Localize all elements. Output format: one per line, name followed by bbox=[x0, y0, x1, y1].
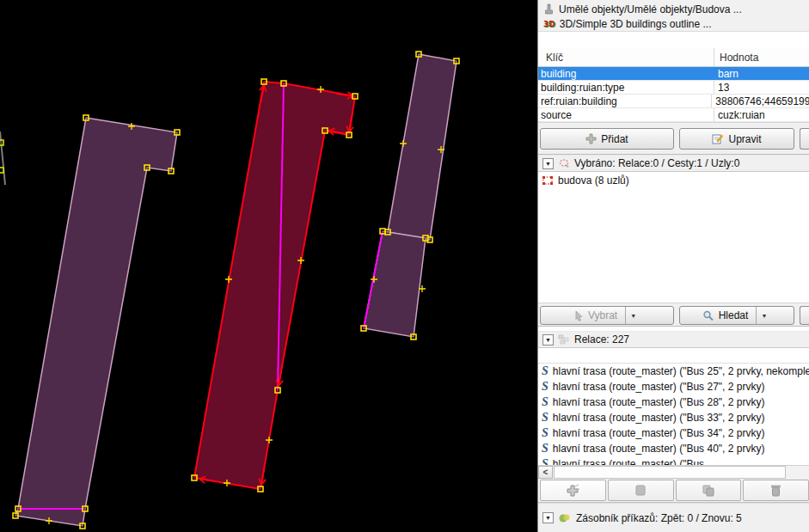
search-button-label: Hledat bbox=[719, 309, 749, 321]
edit-tag-button[interactable]: Upravit bbox=[679, 128, 794, 150]
collapse-command-stack-button[interactable]: ▼ bbox=[542, 512, 554, 523]
selection-list: budova (8 uzlů) bbox=[538, 172, 809, 303]
node-marker[interactable] bbox=[258, 486, 263, 492]
relation-icon bbox=[558, 334, 570, 345]
command-stack-header: ▼ Zásobník příkazů: Zpět: 0 / Znovu: 5 bbox=[538, 503, 809, 532]
tag-key: building bbox=[538, 67, 714, 80]
route-master-icon: S bbox=[542, 396, 549, 408]
cursor-icon bbox=[573, 310, 584, 321]
node-marker[interactable] bbox=[281, 81, 286, 86]
new-relation-button[interactable] bbox=[540, 480, 606, 501]
collapse-selection-button[interactable]: ▼ bbox=[542, 158, 554, 169]
relations-toolbar bbox=[538, 479, 809, 503]
node-marker[interactable] bbox=[0, 168, 3, 173]
relation-row[interactable]: Shlavní trasa (route_master) ("Bus 28", … bbox=[538, 394, 809, 410]
delete-tag-button-cut[interactable] bbox=[800, 128, 809, 150]
command-stack-label: Zásobník příkazů: Zpět: 0 / Znovu: 5 bbox=[576, 512, 742, 524]
duplicate-relation-button[interactable] bbox=[676, 480, 742, 501]
tag-row[interactable]: ref:ruian:building 38806746;44659199 bbox=[538, 95, 809, 108]
tag-value: 38806746;44659199 bbox=[712, 95, 809, 107]
tag-table-header: Klíč Hodnota bbox=[538, 48, 809, 67]
map-svg[interactable] bbox=[0, 0, 537, 532]
search-dropdown-arrow[interactable]: ▼ bbox=[756, 307, 771, 324]
tag-key: building:ruian:type bbox=[538, 81, 714, 94]
add-tag-label: Přidat bbox=[601, 133, 628, 145]
edit-tag-label: Upravit bbox=[728, 133, 761, 145]
edit-icon bbox=[712, 133, 724, 144]
selection-item[interactable]: budova (8 uzlů) bbox=[538, 172, 809, 187]
selection-header-label: Vybráno: Relace:0 / Cesty:1 / Uzly:0 bbox=[574, 157, 739, 169]
scroll-track[interactable] bbox=[553, 466, 809, 479]
select-button[interactable]: Vybrat ▼ bbox=[540, 306, 674, 325]
node-marker[interactable] bbox=[192, 475, 197, 480]
selection-icon bbox=[558, 158, 570, 168]
selection-panel-header: ▼ Vybráno: Relace:0 / Cesty:1 / Uzly:0 bbox=[538, 155, 809, 172]
relation-label: hlavní trasa (route_master) ("Bus 34", 2… bbox=[553, 427, 765, 439]
extra-button-cut[interactable] bbox=[800, 306, 809, 325]
scroll-left-button[interactable]: < bbox=[538, 466, 553, 479]
relation-row[interactable]: Shlavní trasa (route_master) ("Bus 33", … bbox=[538, 410, 809, 425]
select-button-label: Vybrat bbox=[588, 309, 617, 321]
node-marker[interactable] bbox=[15, 506, 21, 511]
node-marker[interactable] bbox=[385, 229, 390, 235]
map-canvas[interactable] bbox=[0, 0, 537, 532]
relation-row[interactable]: Shlavní trasa (route_master) ("Bus 27", … bbox=[538, 379, 809, 394]
relation-label: hlavní trasa (route_master) ("Bus bbox=[553, 458, 704, 465]
node-marker[interactable] bbox=[416, 52, 421, 57]
node-marker[interactable] bbox=[423, 235, 428, 241]
tag-value: cuzk:ruian bbox=[714, 109, 765, 121]
layer-list-empty bbox=[538, 32, 809, 48]
search-icon bbox=[702, 310, 714, 321]
layers-panel: Umělé objekty/Umělé objekty/Budova ... 3… bbox=[538, 0, 809, 32]
tag-column-key[interactable]: Klíč bbox=[538, 48, 714, 66]
side-panel: Umělé objekty/Umělé objekty/Budova ... 3… bbox=[537, 0, 809, 532]
plus-icon bbox=[585, 133, 597, 144]
node-marker[interactable] bbox=[169, 168, 174, 174]
node-marker[interactable] bbox=[144, 165, 150, 170]
search-button[interactable]: Hledat ▼ bbox=[679, 306, 794, 325]
relation-row-partial[interactable]: Shlavní trasa (route_master) ("Bus bbox=[538, 456, 809, 465]
relation-row[interactable]: Shlavní trasa (route_master) ("Bus 34", … bbox=[538, 425, 809, 441]
node-marker[interactable] bbox=[411, 334, 416, 339]
delete-relation-button[interactable] bbox=[743, 480, 809, 501]
tag-row[interactable]: building barn bbox=[538, 67, 809, 81]
node-marker[interactable] bbox=[83, 115, 89, 120]
node-marker[interactable] bbox=[380, 229, 385, 234]
layer-label: 3D/Simple 3D buildings outline ... bbox=[560, 18, 712, 30]
node-marker[interactable] bbox=[454, 58, 459, 64]
layer-item-3d[interactable]: 3D 3D/Simple 3D buildings outline ... bbox=[538, 16, 809, 31]
relations-hscrollbar[interactable]: < bbox=[538, 465, 809, 479]
layer-item-budova[interactable]: Umělé objekty/Umělé objekty/Budova ... bbox=[538, 2, 809, 16]
relation-row[interactable]: Shlavní trasa (route_master) ("Bus 40", … bbox=[538, 441, 809, 456]
node-marker[interactable] bbox=[352, 94, 358, 99]
tag-row[interactable]: building:ruian:type 13 bbox=[538, 81, 809, 95]
selection-item-label: budova (8 uzlů) bbox=[558, 174, 629, 187]
tag-row[interactable]: source cuzk:ruian bbox=[538, 108, 809, 122]
josm-window: Umělé objekty/Umělé objekty/Budova ... 3… bbox=[0, 0, 809, 532]
new-relation-icon bbox=[565, 484, 580, 498]
select-dropdown-arrow[interactable]: ▼ bbox=[625, 307, 640, 324]
add-tag-button[interactable]: Přidat bbox=[540, 128, 674, 150]
node-marker[interactable] bbox=[322, 128, 328, 133]
node-marker[interactable] bbox=[175, 130, 180, 135]
tag-table: building barn building:ruian:type 13 ref… bbox=[538, 67, 809, 122]
edit-relation-button[interactable] bbox=[608, 480, 674, 501]
node-marker[interactable] bbox=[346, 132, 352, 138]
selection-buttons: Vybrat ▼ Hledat ▼ bbox=[538, 303, 809, 327]
tag-value: 13 bbox=[714, 82, 729, 94]
node-marker[interactable] bbox=[275, 388, 280, 393]
node-marker[interactable] bbox=[13, 513, 18, 518]
relation-row[interactable]: Shlavní trasa (route_master) ("Bus 25", … bbox=[538, 364, 809, 379]
node-marker[interactable] bbox=[361, 326, 366, 331]
relations-list: Shlavní trasa (route_master) ("Bus 25", … bbox=[538, 364, 809, 465]
route-master-icon: S bbox=[542, 458, 549, 465]
relations-filter[interactable] bbox=[538, 348, 809, 364]
node-marker[interactable] bbox=[261, 79, 267, 84]
trash-icon bbox=[770, 484, 781, 497]
node-marker[interactable] bbox=[0, 140, 3, 145]
collapse-relations-button[interactable]: ▼ bbox=[542, 334, 554, 345]
scroll-thumb[interactable] bbox=[554, 466, 786, 479]
node-marker[interactable] bbox=[83, 506, 88, 511]
node-marker[interactable] bbox=[80, 523, 85, 529]
tag-column-value[interactable]: Hodnota bbox=[714, 52, 758, 64]
